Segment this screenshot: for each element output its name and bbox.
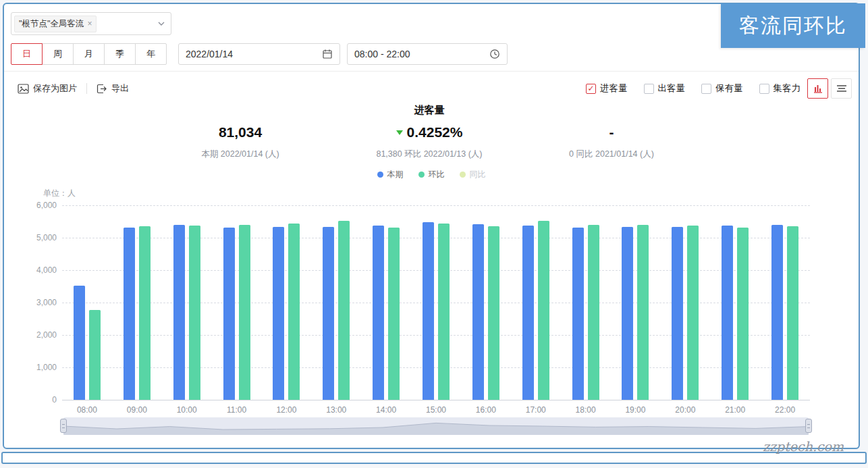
bar-本期-14:00 — [373, 226, 384, 400]
x-tick-label: 22:00 — [763, 405, 807, 415]
legend-dot — [377, 172, 383, 178]
bar-环比-15:00 — [438, 224, 450, 400]
metric-label: 出客量 — [658, 82, 686, 95]
yoy-value: - — [504, 124, 720, 140]
y-tick-label: 4,000 — [19, 265, 57, 275]
time-range-value: 08:00 - 22:00 — [354, 49, 410, 59]
legend-item-本期[interactable]: 本期 — [377, 169, 404, 180]
picture-icon — [18, 84, 29, 94]
legend-label: 环比 — [429, 169, 445, 180]
metric-label: 保有量 — [715, 82, 743, 95]
selected-node-label: "根节点"全局客流 — [19, 18, 84, 30]
time-range-input[interactable]: 08:00 - 22:00 — [347, 43, 508, 65]
bar-环比-09:00 — [139, 226, 151, 400]
header-divider — [4, 71, 859, 72]
toolbar: 保存为图片 导出 ✓进客量出客量保有量集客力 — [4, 77, 859, 100]
period-tab-季[interactable]: 季 — [104, 43, 136, 65]
gridline — [62, 205, 810, 206]
y-tick-label: 0 — [19, 395, 57, 405]
bar-环比-08:00 — [89, 310, 101, 400]
banner-title: 客流同环比 — [739, 12, 847, 40]
bar-环比-18:00 — [588, 225, 599, 400]
bar-本期-21:00 — [722, 226, 733, 400]
metric-checkbox-集客力[interactable]: 集客力 — [759, 82, 801, 95]
bar-本期-10:00 — [173, 225, 185, 400]
metric-label: 集客力 — [774, 82, 801, 95]
slider-handle-right[interactable] — [805, 419, 812, 433]
node-select[interactable]: "根节点"全局客流 × — [11, 12, 171, 35]
x-tick-label: 17:00 — [514, 405, 558, 415]
range-slider[interactable] — [63, 417, 809, 435]
slider-handle-left[interactable] — [60, 419, 67, 433]
current-value: 81,034 — [132, 124, 348, 140]
x-tick-label: 10:00 — [165, 405, 209, 415]
legend-item-环比[interactable]: 环比 — [418, 169, 445, 180]
legend-label: 同比 — [470, 169, 486, 180]
checkbox-icon[interactable] — [759, 84, 769, 94]
bar-环比-19:00 — [637, 225, 649, 400]
x-tick-label: 12:00 — [265, 405, 308, 415]
export-label: 导出 — [111, 82, 129, 95]
mom-value: 0.4252% — [407, 124, 463, 140]
minimap-area — [63, 417, 809, 435]
x-tick-label: 14:00 — [364, 405, 408, 415]
export-button[interactable]: 导出 — [97, 82, 129, 95]
bar-本期-18:00 — [572, 228, 584, 400]
metric-checkbox-出客量[interactable]: 出客量 — [644, 82, 686, 95]
x-axis-line — [62, 400, 810, 400]
remove-tag-icon[interactable]: × — [87, 19, 92, 28]
chart-legend: 本期环比同比 — [4, 169, 859, 180]
x-tick-label: 20:00 — [663, 405, 707, 415]
date-picker-input[interactable]: 2022/01/14 — [178, 43, 340, 65]
chevron-down-icon — [157, 20, 165, 28]
unit-label: 单位：人 — [43, 188, 76, 199]
period-tab-日[interactable]: 日 — [11, 43, 43, 65]
trend-down-icon — [396, 130, 403, 135]
bar-本期-22:00 — [771, 225, 783, 400]
y-tick-label: 3,000 — [19, 298, 57, 307]
toolbar-divider — [86, 83, 87, 94]
x-tick-label: 18:00 — [564, 405, 607, 415]
legend-dot — [460, 172, 466, 178]
legend-label: 本期 — [387, 169, 404, 180]
x-tick-label: 16:00 — [464, 405, 508, 415]
watermark: zzptech.com — [763, 439, 844, 454]
checkbox-icon[interactable] — [644, 84, 654, 94]
bar-环比-10:00 — [189, 226, 200, 400]
bar-本期-13:00 — [323, 227, 334, 400]
export-icon — [97, 84, 107, 94]
bar-本期-16:00 — [472, 224, 484, 400]
table-list-view-button[interactable] — [831, 78, 852, 99]
bar-本期-19:00 — [622, 227, 633, 400]
bar-环比-13:00 — [338, 221, 350, 400]
checkbox-checked-icon[interactable]: ✓ — [586, 84, 596, 94]
period-tab-group: 日周月季年 — [11, 43, 167, 65]
metric-title: 进客量 — [328, 104, 531, 117]
calendar-icon — [322, 49, 333, 59]
metric-checkbox-保有量[interactable]: 保有量 — [701, 82, 743, 95]
x-tick-label: 13:00 — [315, 405, 358, 415]
bar-环比-17:00 — [538, 221, 549, 400]
checkbox-icon[interactable] — [701, 84, 711, 94]
bar-本期-11:00 — [223, 228, 235, 400]
current-caption: 本期 2022/01/14 (人) — [132, 149, 348, 160]
bar-环比-20:00 — [687, 226, 699, 400]
bar-chart-view-button[interactable] — [807, 78, 828, 99]
legend-item-同比[interactable]: 同比 — [460, 169, 486, 180]
main-panel: "根节点"全局客流 × 日周月季年 2022/01/14 08:00 - 22:… — [3, 3, 860, 449]
x-tick-label: 09:00 — [115, 405, 159, 415]
period-tab-月[interactable]: 月 — [73, 43, 105, 65]
selected-node-tag: "根节点"全局客流 × — [14, 16, 97, 32]
x-tick-label: 08:00 — [65, 405, 109, 415]
chart-view-toggles — [807, 78, 852, 99]
bar-本期-15:00 — [423, 222, 434, 400]
bar-环比-21:00 — [737, 228, 749, 400]
x-tick-label: 19:00 — [614, 405, 657, 415]
save-as-image-button[interactable]: 保存为图片 — [18, 82, 77, 95]
yoy-caption: 0 同比 2021/01/14 (人) — [504, 149, 720, 160]
period-tab-周[interactable]: 周 — [42, 43, 74, 65]
metric-label: 进客量 — [600, 82, 628, 95]
period-tab-年[interactable]: 年 — [135, 43, 167, 65]
metric-checkbox-进客量[interactable]: ✓进客量 — [586, 82, 628, 95]
metric-checkbox-group: ✓进客量出客量保有量集客力 — [586, 77, 801, 100]
